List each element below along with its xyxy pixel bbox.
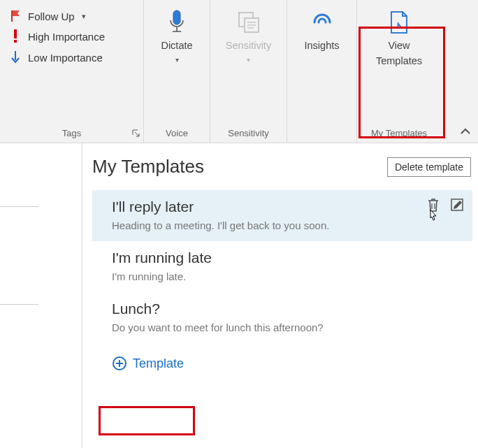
collapse-ribbon-icon[interactable] (460, 126, 471, 138)
ribbon: Follow Up ▾ High Importance Low Importan… (0, 0, 478, 143)
group-label-sensitivity: Sensitivity (228, 128, 269, 138)
template-body: Do you want to meet for lunch this after… (112, 321, 461, 333)
insights-label: Insights (305, 39, 340, 52)
view-templates-button[interactable]: View Templates (357, 0, 441, 126)
high-importance-label: High Importance (28, 31, 105, 43)
group-label-templates: My Templates (371, 128, 427, 138)
high-importance-icon (8, 29, 22, 43)
insights-button[interactable]: Insights (287, 0, 356, 126)
my-templates-pane: My Templates Delete template I'll reply … (82, 143, 478, 448)
follow-up-button[interactable]: Follow Up ▾ (8, 8, 136, 24)
svg-rect-3 (173, 10, 180, 24)
follow-up-label: Follow Up (28, 10, 75, 22)
sensitivity-label: Sensitivity (226, 39, 271, 52)
dictate-button[interactable]: Dictate ▾ (144, 0, 210, 126)
group-tags: Follow Up ▾ High Importance Low Importan… (0, 0, 144, 143)
insights-icon (309, 8, 335, 36)
content-area: My Templates Delete template I'll reply … (0, 143, 478, 448)
add-template-label: Template (133, 356, 184, 371)
chevron-down-icon: ▾ (175, 56, 179, 65)
group-insights: Insights (287, 0, 357, 143)
group-label-voice: Voice (166, 128, 188, 138)
svg-rect-1 (14, 40, 17, 43)
ribbon-groups: Follow Up ▾ High Importance Low Importan… (0, 0, 441, 143)
add-template-button[interactable]: Template (112, 356, 472, 371)
group-my-templates: View Templates My Templates (357, 0, 441, 143)
group-label-tags: Tags (62, 128, 81, 138)
flag-icon (8, 10, 22, 22)
sensitivity-button: Sensitivity ▾ (210, 0, 287, 126)
templates-icon (387, 8, 411, 36)
template-body: I'm running late. (112, 270, 461, 282)
low-importance-label: Low Importance (28, 52, 103, 64)
chevron-down-icon: ▾ (82, 12, 86, 21)
svg-rect-0 (14, 29, 17, 38)
group-voice: Dictate ▾ Voice (144, 0, 210, 143)
template-title: I'm running late (112, 250, 461, 266)
dialog-launcher-icon[interactable] (132, 129, 140, 140)
annotation-highlight (99, 406, 195, 435)
chevron-down-icon: ▾ (247, 56, 250, 65)
microphone-icon (168, 8, 186, 36)
edit-icon[interactable] (450, 198, 464, 215)
view-templates-label-2: Templates (376, 55, 422, 67)
template-body: Heading to a meeting. I'll get back to y… (112, 219, 461, 231)
high-importance-button[interactable]: High Importance (8, 28, 136, 45)
template-title: Lunch? (112, 301, 461, 317)
sensitivity-icon (237, 8, 261, 36)
view-templates-label-1: View (388, 39, 410, 52)
low-importance-icon (8, 50, 22, 64)
pane-title: My Templates (92, 156, 204, 178)
plus-circle-icon (112, 356, 127, 371)
pointer-cursor-icon (426, 208, 440, 228)
template-item[interactable]: I'll reply later Heading to a meeting. I… (92, 190, 472, 241)
left-sidebar (0, 143, 82, 448)
template-item[interactable]: I'm running late I'm running late. (92, 241, 472, 292)
group-sensitivity: Sensitivity ▾ Sensitivity (210, 0, 287, 143)
template-item[interactable]: Lunch? Do you want to meet for lunch thi… (92, 292, 472, 343)
template-title: I'll reply later (112, 198, 461, 215)
low-importance-button[interactable]: Low Importance (8, 49, 136, 66)
dictate-label: Dictate (161, 39, 192, 52)
delete-template-button[interactable]: Delete template (387, 157, 471, 177)
